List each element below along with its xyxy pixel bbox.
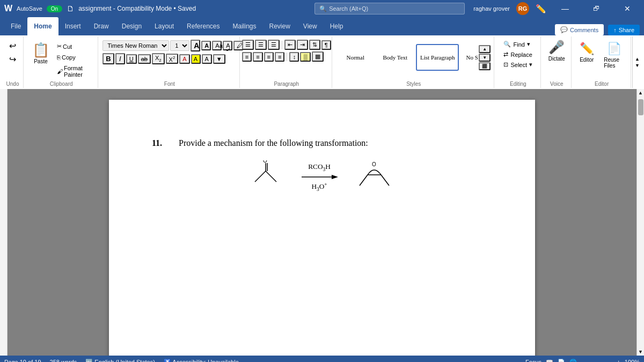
font-size-select[interactable]: 12: [170, 40, 189, 51]
border-button[interactable]: ▦: [312, 51, 324, 62]
superscript-button[interactable]: X2: [166, 54, 179, 64]
font-family-select[interactable]: Times New Roman: [103, 40, 169, 51]
style-list-paragraph-label: List Paragraph: [420, 54, 455, 61]
find-button[interactable]: 🔍 Find ▾: [501, 40, 535, 49]
numbering-button[interactable]: ☰: [255, 40, 267, 50]
undo-button[interactable]: ↩: [8, 40, 17, 52]
doc-icon: 🗋: [67, 4, 74, 13]
tab-help[interactable]: Help: [324, 17, 350, 35]
justify-button[interactable]: ≡: [275, 52, 284, 62]
tab-file[interactable]: File: [4, 17, 27, 35]
font-color-button[interactable]: A: [179, 54, 189, 64]
close-btn[interactable]: ✕: [615, 0, 640, 17]
share-button[interactable]: ↑ Share: [608, 25, 640, 35]
scroll-thumb[interactable]: [638, 99, 643, 115]
align-left-button[interactable]: ≡: [242, 52, 252, 62]
word-count: 258 words: [50, 359, 77, 362]
select-dropdown-icon: ▾: [529, 61, 532, 68]
reuse-files-button[interactable]: 📄 Reuse Files: [601, 40, 627, 71]
word-logo: W: [4, 4, 12, 13]
zoom-out-button[interactable]: −: [581, 359, 584, 362]
cut-button[interactable]: ✂ Cut: [55, 42, 94, 51]
search-box[interactable]: 🔍 Search (Alt+Q): [314, 3, 465, 14]
copy-button[interactable]: ⎘ Copy: [55, 53, 94, 62]
clear-format-button[interactable]: A: [223, 41, 232, 50]
underline-button[interactable]: U: [126, 54, 137, 64]
read-view-icon[interactable]: 📖: [546, 359, 553, 363]
svg-line-7: [360, 175, 368, 186]
increase-indent-button[interactable]: ⇥: [297, 40, 308, 50]
tab-home[interactable]: Home: [27, 17, 58, 35]
font-expand-button[interactable]: ▼: [213, 54, 225, 64]
pen-icon[interactable]: ✏️: [536, 4, 546, 14]
styles-expand[interactable]: ⬛: [479, 62, 491, 70]
comments-button[interactable]: 💬 Comments: [555, 24, 604, 35]
web-view-icon[interactable]: 🌐: [569, 359, 577, 363]
decrease-indent-button[interactable]: ⇤: [284, 40, 296, 50]
paste-button[interactable]: 📋 Paste: [28, 40, 54, 67]
style-list-paragraph[interactable]: List Paragraph: [416, 44, 459, 71]
find-dropdown-icon: ▾: [527, 41, 530, 48]
shading-button[interactable]: ▒: [300, 52, 311, 62]
tab-design[interactable]: Design: [115, 17, 148, 35]
tab-insert[interactable]: Insert: [58, 17, 87, 35]
highlight-button[interactable]: A: [191, 54, 201, 64]
focus-button[interactable]: Focus: [525, 359, 541, 362]
font-effects-button[interactable]: A: [202, 54, 212, 64]
dictate-label[interactable]: Dictate: [548, 56, 565, 62]
style-no-spacing[interactable]: No Spacing: [461, 44, 478, 71]
share-icon: ↑: [613, 27, 617, 33]
multilevel-button[interactable]: ☰: [268, 40, 280, 50]
font-case-button[interactable]: Aa: [212, 41, 222, 50]
italic-button[interactable]: I: [115, 53, 125, 64]
editor-button[interactable]: ✏️ Editor: [576, 40, 597, 71]
font-shrink-button[interactable]: A: [201, 41, 211, 50]
styles-scroll-down[interactable]: ▼: [479, 54, 491, 62]
autosave-toggle[interactable]: On: [47, 5, 62, 12]
strikethrough-button[interactable]: ab: [138, 54, 151, 64]
svg-marker-6: [332, 175, 338, 179]
styles-scroll-up[interactable]: ▲: [479, 45, 491, 53]
scroll-up-button[interactable]: ▲: [637, 89, 644, 97]
bullets-button[interactable]: ☰: [242, 40, 254, 50]
align-right-button[interactable]: ≡: [264, 52, 274, 62]
tab-layout[interactable]: Layout: [148, 17, 180, 35]
reuse-icon: 📄: [607, 42, 621, 56]
select-button[interactable]: ⊡ Select ▾: [501, 60, 535, 69]
font-grow-button[interactable]: A: [191, 40, 200, 51]
scrollbar-vertical[interactable]: ▲ ▼: [636, 89, 644, 356]
subscript-button[interactable]: X2: [152, 53, 165, 64]
arrow-svg: [301, 173, 338, 181]
tab-references[interactable]: References: [180, 17, 226, 35]
document-title: assignment - Compatibility Mode • Saved: [78, 5, 196, 12]
show-marks-button[interactable]: ¶: [321, 40, 331, 50]
print-view-icon[interactable]: 📄: [558, 359, 565, 363]
restore-btn[interactable]: 🗗: [584, 0, 609, 17]
minimize-btn[interactable]: —: [553, 0, 577, 17]
tab-draw[interactable]: Draw: [87, 17, 115, 35]
zoom-slider[interactable]: ――――: [589, 359, 612, 362]
sort-button[interactable]: ⇅: [309, 40, 320, 50]
tab-mailings[interactable]: Mailings: [226, 17, 262, 35]
ribbon-scroll-down[interactable]: ▼: [634, 62, 640, 69]
accessibility-status[interactable]: ♿ Accessibility: Unavailable: [164, 359, 239, 363]
style-body-text[interactable]: Body Text: [376, 44, 414, 71]
user-avatar[interactable]: RG: [516, 2, 529, 15]
align-center-button[interactable]: ≡: [253, 52, 262, 62]
problem-number: 11.: [152, 138, 168, 148]
ribbon-scroll-up[interactable]: ▲: [634, 56, 640, 62]
tab-view[interactable]: View: [297, 17, 324, 35]
scroll-down-button[interactable]: ▼: [637, 348, 644, 356]
paste-icon: 📋: [32, 42, 49, 58]
document-page: 11. Provide a mechanism for the followin…: [109, 100, 535, 356]
replace-button[interactable]: ⇄ Replace: [501, 50, 535, 59]
redo-button[interactable]: ↪: [8, 53, 17, 65]
tab-review[interactable]: Review: [263, 17, 297, 35]
line-spacing-button[interactable]: ↕: [289, 52, 299, 62]
zoom-in-button[interactable]: +: [617, 359, 620, 362]
format-painter-button[interactable]: 🖌 Format Painter: [55, 64, 94, 79]
proofing-language[interactable]: 🔤 English (United States): [85, 359, 155, 363]
document-main[interactable]: 11. Provide a mechanism for the followin…: [8, 89, 636, 356]
bold-button[interactable]: B: [103, 53, 114, 64]
style-normal[interactable]: Normal: [336, 44, 374, 71]
